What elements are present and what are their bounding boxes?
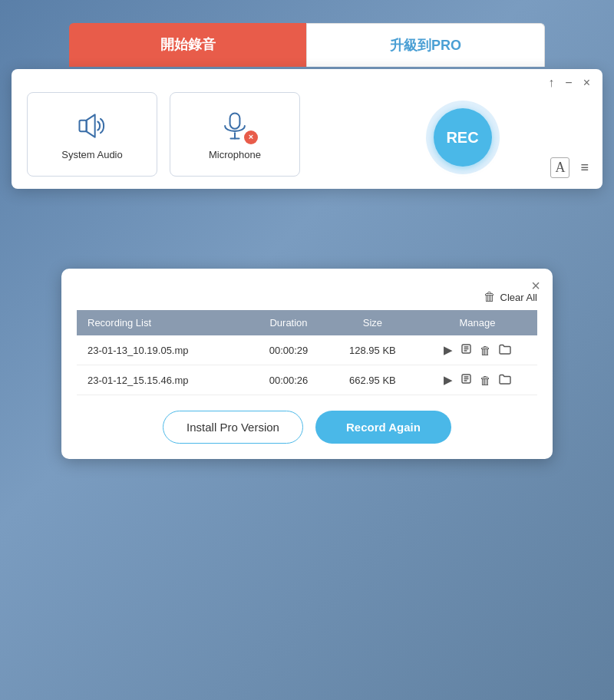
svg-rect-0 [80, 120, 87, 131]
record-again-button[interactable]: Record Again [315, 411, 451, 444]
mic-error-badge: × [244, 130, 258, 144]
system-audio-icon [75, 109, 109, 143]
row-size: 128.95 KB [328, 335, 418, 365]
svg-marker-1 [87, 114, 95, 137]
minimize-icon[interactable]: − [565, 77, 572, 89]
panel-buttons: Install Pro Version Record Again [77, 411, 537, 444]
trash-icon[interactable]: 🗑 [484, 290, 496, 304]
tab-upgrade[interactable]: 升級到PRO [306, 23, 545, 67]
row-size: 662.95 KB [328, 365, 418, 395]
folder-icon[interactable] [499, 374, 511, 387]
microphone-card[interactable]: × Microphone [170, 92, 300, 177]
sources-row: System Audio × Microphone REC [27, 92, 587, 177]
folder-icon[interactable] [499, 344, 511, 357]
delete-icon[interactable]: 🗑 [480, 374, 491, 387]
rec-button-area: REC [338, 101, 587, 174]
close-icon[interactable]: × [583, 77, 590, 89]
clear-all-row: 🗑 Clear All [77, 290, 537, 304]
row-duration: 00:00:29 [249, 335, 328, 365]
top-tabs: 開始錄音 升級到PRO [69, 23, 545, 67]
col-duration: Duration [249, 310, 328, 335]
install-pro-button[interactable]: Install Pro Version [163, 411, 303, 444]
rec-button[interactable]: REC [434, 108, 492, 167]
edit-icon[interactable] [460, 343, 472, 357]
delete-icon[interactable]: 🗑 [480, 344, 491, 357]
recording-panel: × 🗑 Clear All Recording List Duration Si… [61, 269, 553, 459]
table-row: 23-01-13_10.19.05.mp 00:00:29 128.95 KB … [77, 335, 537, 365]
microphone-label: Microphone [209, 149, 261, 160]
system-audio-card[interactable]: System Audio [27, 92, 157, 177]
rec-outer: REC [426, 101, 500, 174]
row-duration: 00:00:26 [249, 365, 328, 395]
col-size: Size [328, 310, 418, 335]
col-manage: Manage [418, 310, 537, 335]
menu-icon[interactable]: ≡ [580, 160, 589, 176]
row-name: 23-01-13_10.19.05.mp [77, 335, 249, 365]
microphone-icon: × [218, 109, 252, 143]
row-manage: ▶ 🗑 [418, 365, 537, 395]
tab-record[interactable]: 開始錄音 [69, 23, 306, 67]
col-name: Recording List [77, 310, 249, 335]
row-name: 23-01-12_15.15.46.mp [77, 365, 249, 395]
system-audio-label: System Audio [61, 149, 123, 160]
play-icon[interactable]: ▶ [444, 343, 453, 357]
recording-table: Recording List Duration Size Manage 23-0… [77, 310, 537, 395]
recorder-panel: ↑ − × System Audio [12, 69, 602, 189]
panel-top-controls: ↑ − × [548, 77, 590, 89]
table-header-row: Recording List Duration Size Manage [77, 310, 537, 335]
play-icon[interactable]: ▶ [444, 373, 453, 387]
font-icon[interactable]: A [550, 157, 569, 178]
table-row: 23-01-12_15.15.46.mp 00:00:26 662.95 KB … [77, 365, 537, 395]
edit-icon[interactable] [460, 373, 472, 387]
upload-icon[interactable]: ↑ [548, 77, 554, 89]
svg-rect-2 [230, 113, 240, 128]
panel-bottom-controls: A ≡ [550, 157, 589, 178]
row-manage: ▶ 🗑 [418, 335, 537, 365]
recording-panel-close[interactable]: × [531, 278, 540, 293]
